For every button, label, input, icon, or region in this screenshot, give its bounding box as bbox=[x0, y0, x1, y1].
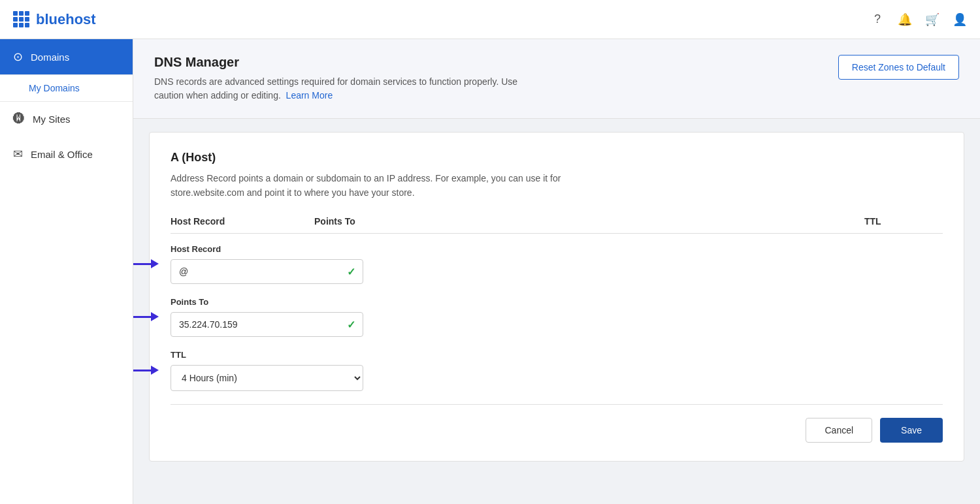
ttl-field: TTL 4 Hours (min) 1 Hour 8 Hours 12 Hour… bbox=[171, 350, 943, 391]
cart-icon[interactable]: 🛒 bbox=[925, 12, 939, 27]
brand-name: bluehost bbox=[36, 11, 96, 28]
a-host-card: A (Host) Address Record points a domain … bbox=[149, 132, 964, 462]
reset-zones-button[interactable]: Reset Zones to Default bbox=[838, 55, 959, 80]
layout: ⊙ Domains My Domains 🅦 My Sites ✉ Email … bbox=[0, 39, 980, 504]
points-to-input[interactable] bbox=[171, 312, 363, 337]
ttl-label: TTL bbox=[171, 350, 943, 360]
points-to-check-icon: ✓ bbox=[347, 318, 355, 330]
nav-icons: ? 🔔 🛒 👤 bbox=[870, 12, 967, 27]
cancel-button[interactable]: Cancel bbox=[806, 418, 872, 443]
sidebar-item-domains[interactable]: ⊙ Domains bbox=[0, 39, 133, 74]
sidebar-item-my-sites[interactable]: 🅦 My Sites bbox=[0, 102, 133, 136]
arrow-host-record bbox=[133, 259, 159, 268]
table-headers: Host Record Points To TTL bbox=[171, 216, 943, 234]
top-nav: bluehost ? 🔔 🛒 👤 bbox=[0, 0, 980, 39]
host-record-field: Host Record ✓ bbox=[171, 244, 943, 284]
circle-ring-icon: ⊙ bbox=[13, 50, 23, 64]
save-button[interactable]: Save bbox=[880, 418, 943, 443]
brand-area: bluehost bbox=[13, 11, 96, 28]
wordpress-icon: 🅦 bbox=[13, 112, 25, 126]
arrow-points-to bbox=[133, 312, 159, 321]
header-points-to: Points To bbox=[314, 216, 864, 227]
user-icon[interactable]: 👤 bbox=[953, 12, 967, 27]
sidebar-item-email-office[interactable]: ✉ Email & Office bbox=[0, 136, 133, 172]
envelope-icon: ✉ bbox=[13, 147, 23, 161]
ttl-select[interactable]: 4 Hours (min) 1 Hour 8 Hours 12 Hours 24… bbox=[171, 365, 363, 391]
sidebar-item-label-email-office: Email & Office bbox=[31, 149, 93, 160]
dns-title: DNS Manager bbox=[154, 55, 546, 70]
host-record-check-icon: ✓ bbox=[347, 265, 355, 277]
a-host-title: A (Host) bbox=[171, 151, 943, 165]
points-to-input-wrapper: ✓ bbox=[171, 312, 363, 337]
arrow-ttl bbox=[133, 366, 159, 375]
dns-header: DNS Manager DNS records are advanced set… bbox=[133, 39, 980, 119]
host-record-label: Host Record bbox=[171, 244, 943, 254]
host-record-input-wrapper: ✓ bbox=[171, 259, 363, 284]
sidebar: ⊙ Domains My Domains 🅦 My Sites ✉ Email … bbox=[0, 39, 133, 504]
header-host-record: Host Record bbox=[171, 216, 314, 227]
dns-header-text: DNS Manager DNS records are advanced set… bbox=[154, 55, 546, 102]
points-to-field: Points To ✓ bbox=[171, 297, 943, 337]
host-record-input[interactable] bbox=[171, 259, 363, 284]
a-host-description: Address Record points a domain or subdom… bbox=[171, 171, 576, 200]
header-ttl: TTL bbox=[864, 216, 943, 227]
sidebar-item-label-my-sites: My Sites bbox=[33, 114, 71, 125]
main-content: DNS Manager DNS records are advanced set… bbox=[133, 39, 980, 504]
help-icon[interactable]: ? bbox=[870, 12, 885, 27]
learn-more-link[interactable]: Learn More bbox=[286, 90, 333, 101]
bell-icon[interactable]: 🔔 bbox=[898, 12, 912, 27]
grid-icon[interactable] bbox=[13, 11, 29, 27]
points-to-label: Points To bbox=[171, 297, 943, 307]
card-footer: Cancel Save bbox=[171, 404, 943, 443]
sidebar-item-label-domains: Domains bbox=[31, 52, 69, 63]
sidebar-item-my-domains[interactable]: My Domains bbox=[0, 75, 133, 101]
dns-description: DNS records are advanced settings requir… bbox=[154, 75, 546, 102]
